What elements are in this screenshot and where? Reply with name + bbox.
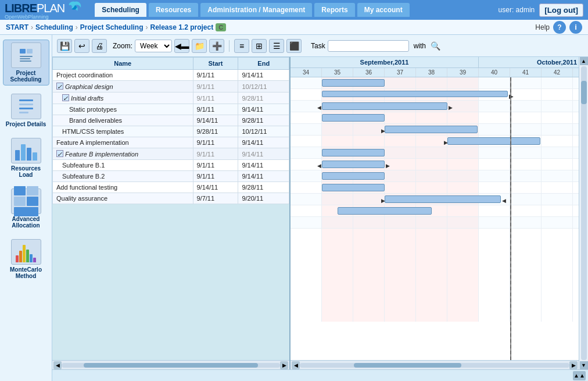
view-btn-1[interactable]: ≡ — [234, 39, 249, 53]
content-area: 💾 ↩ 🖨 Zoom: Week Day Month ◀▬ 📁 ➕ ≡ ⊞ ☰ … — [52, 35, 588, 381]
task-end: 9/14/11 — [238, 171, 289, 182]
gantt-bar-6 — [447, 137, 540, 145]
logo-bird-icon — [67, 1, 83, 16]
breadcrumb-project-scheduling[interactable]: Project Scheduling — [80, 23, 144, 31]
table-row: Project coordination 9/1/11 9/14/11 — [53, 70, 289, 81]
add-task-button[interactable]: ➕ — [209, 39, 224, 53]
scroll-right-arrow[interactable]: ▶ — [280, 361, 288, 369]
table-row: Brand deliverables 9/14/11 9/28/11 — [53, 115, 289, 126]
checkbox[interactable]: ✓ — [56, 150, 63, 157]
gantt-week-39: 39 — [447, 68, 479, 77]
gantt-row-4 — [291, 112, 579, 124]
table-row: ✓ Initial drafts 9/1/11 9/28/11 — [53, 92, 289, 104]
task-end: 9/14/11 — [238, 137, 289, 148]
scroll-left-arrow[interactable]: ◀ — [53, 361, 62, 369]
sidebar-item-advanced-allocation[interactable]: AdvancedAllocation — [3, 186, 49, 231]
gantt-scroll-right[interactable]: ▶ — [569, 361, 578, 369]
gantt-bar-9 — [322, 172, 385, 180]
task-name: Quality assurance — [53, 193, 193, 204]
task-table-hscroll[interactable]: ◀ ▶ — [52, 360, 289, 369]
breadcrumb-start[interactable]: START — [6, 23, 28, 31]
task-table-wrapper: Name Start End Project coordination 9/1/… — [52, 57, 291, 369]
gantt-scroll-left[interactable]: ◀ — [292, 361, 300, 369]
tab-scheduling[interactable]: Scheduling — [95, 3, 146, 17]
advanced-allocation-icon — [11, 188, 41, 214]
task-name: Brand deliverables — [53, 115, 193, 126]
search-button[interactable]: 🔍 — [431, 41, 440, 51]
scroll-down-arrow[interactable]: ▼ — [580, 361, 588, 369]
sidebar-label-project-details: Project Details — [6, 121, 46, 127]
gantt-month-sep: September,2011 — [291, 57, 479, 67]
sidebar-item-resources-load[interactable]: ResourcesLoad — [3, 136, 49, 180]
tab-myaccount[interactable]: My account — [357, 3, 410, 17]
checkbox[interactable]: ✓ — [62, 94, 69, 101]
hscroll-thumb[interactable] — [84, 363, 259, 368]
project-scheduling-icon — [11, 42, 41, 68]
task-name: Static prototypes — [53, 104, 193, 115]
release-badge: C — [216, 23, 226, 31]
help-text: Help — [535, 23, 550, 31]
tab-resources[interactable]: Resources — [149, 3, 198, 17]
split-pane: Name Start End Project coordination 9/1/… — [52, 57, 588, 369]
zoom-label: Zoom: — [113, 42, 132, 50]
save-button[interactable]: 💾 — [57, 39, 72, 53]
task-name: Subfeature B.1 — [53, 160, 193, 171]
gantt-row-9 — [291, 170, 579, 182]
task-start: 9/14/11 — [193, 115, 238, 126]
task-start: 9/14/11 — [193, 182, 238, 193]
sidebar-label-advanced-allocation: AdvancedAllocation — [12, 216, 40, 229]
scroll-up-arrow[interactable]: ▲ — [580, 57, 588, 65]
logo: LIBRE PLAN OpenWebPlanning — [5, 1, 88, 20]
task-start: 9/1/11 — [193, 160, 238, 171]
vertical-scrollbar[interactable]: ▲ ▼ — [579, 57, 588, 369]
gantt-bar-11 — [385, 195, 501, 203]
view-btn-3[interactable]: ☰ — [269, 39, 284, 53]
zoom-in-button[interactable]: 📁 — [192, 39, 207, 53]
checkbox[interactable]: ✓ — [56, 83, 63, 90]
montecarlo-icon — [11, 239, 41, 265]
gantt-body: ▶ — [291, 77, 579, 360]
gantt-week-38: 38 — [416, 68, 447, 77]
table-row: Static prototypes 9/1/11 9/14/11 — [53, 104, 289, 115]
task-end: 9/28/11 — [238, 182, 289, 193]
gantt-row-10 — [291, 182, 579, 194]
sidebar-item-project-details[interactable]: Project Details — [3, 91, 49, 130]
tab-admin[interactable]: Administration / Management — [200, 3, 312, 17]
help-button[interactable]: ? — [553, 21, 566, 34]
task-search-input[interactable] — [328, 40, 409, 52]
gantt-row-5: ▶ — [291, 124, 579, 136]
vscroll-thumb[interactable] — [581, 81, 587, 104]
zoom-out-button[interactable]: ◀▬ — [174, 39, 189, 53]
gantt-hscroll-thumb[interactable] — [354, 363, 462, 368]
task-name: Subfeature B.2 — [53, 171, 193, 182]
bottom-bar: ▲▲ — [52, 369, 588, 381]
gantt-week-36: 36 — [353, 68, 385, 77]
gantt-bar-3 — [322, 102, 447, 110]
user-area: user: admin [Log out] — [499, 3, 583, 17]
gantt-row-3: ◀ ▶ — [291, 101, 579, 112]
sidebar-item-montecarlo[interactable]: MonteCarloMethod — [3, 237, 49, 282]
sidebar-label-montecarlo: MonteCarloMethod — [10, 266, 42, 279]
gantt-week-43: 43 — [573, 68, 579, 77]
logout-button[interactable]: [Log out] — [539, 3, 583, 17]
gantt-row-6: ▶ — [291, 136, 579, 147]
project-details-icon — [11, 94, 41, 119]
scroll-to-top-button[interactable]: ▲▲ — [573, 371, 586, 380]
col-name: Name — [53, 58, 193, 70]
task-start: 9/1/11 — [193, 148, 238, 160]
task-name: ✓ Feature B implementation — [53, 148, 193, 160]
undo-button[interactable]: ↩ — [74, 39, 89, 53]
info-button[interactable]: i — [569, 21, 582, 34]
task-end: 9/28/11 — [238, 92, 289, 104]
gantt-bar-2 — [322, 91, 508, 97]
gantt-hscroll[interactable]: ◀ ▶ — [291, 360, 579, 369]
zoom-select[interactable]: Week Day Month — [135, 40, 172, 52]
tab-reports[interactable]: Reports — [314, 3, 354, 17]
gantt-weeks: 34 35 36 37 38 39 40 41 42 43 44 — [291, 68, 579, 77]
view-btn-4[interactable]: ⬛ — [286, 39, 302, 53]
view-btn-2[interactable]: ⊞ — [252, 39, 267, 53]
print-button[interactable]: 🖨 — [92, 39, 107, 53]
sidebar-item-project-scheduling[interactable]: ProjectScheduling — [3, 40, 49, 86]
breadcrumb-scheduling[interactable]: Scheduling — [35, 23, 73, 31]
breadcrumb-release[interactable]: Release 1.2 project — [150, 23, 213, 31]
